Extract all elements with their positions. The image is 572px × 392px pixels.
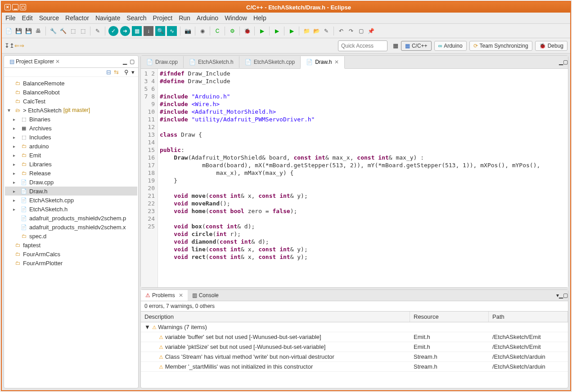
console-tab[interactable]: ▥Console — [188, 290, 223, 301]
perspective-team[interactable]: ⟳Team Synchronizing — [469, 41, 532, 51]
box-icon[interactable]: ▢ — [357, 27, 365, 35]
tree-item[interactable]: Emit — [29, 152, 41, 159]
perspective-debug[interactable]: 🐞Debug — [535, 41, 567, 51]
quick-access-input[interactable] — [338, 40, 387, 51]
tree-item[interactable]: Binaries — [29, 116, 50, 123]
link-editor-icon[interactable]: ⇆ — [114, 69, 119, 76]
expand-down-icon[interactable]: ↧ — [5, 42, 9, 49]
pin-icon[interactable]: 📌 — [367, 27, 375, 35]
problem-row[interactable]: ⚠ Class 'Stream' has virtual method 'wri… — [141, 352, 568, 362]
menu-edit[interactable]: Edit — [22, 14, 33, 22]
problems-tab[interactable]: ⚠Problems✕ — [141, 290, 188, 301]
class-icon[interactable]: C — [213, 27, 221, 35]
upload-icon[interactable]: ➜ — [120, 26, 130, 36]
expand-icon[interactable]: ▸ — [13, 126, 18, 131]
expand-icon[interactable]: ▸ — [13, 207, 18, 212]
open-proj-icon[interactable]: 📂 — [312, 27, 320, 35]
menu-project[interactable]: Project — [153, 14, 173, 22]
expand-icon[interactable]: ▼ — [7, 108, 12, 113]
expand-icon[interactable]: ▸ — [13, 180, 18, 185]
window-maximize-icon[interactable]: ▢ — [20, 4, 26, 10]
problems-table[interactable]: Description Resource Path ▼ ⚠ Warnings (… — [141, 311, 568, 388]
problem-row[interactable]: ⚠ Member '_startMillis' was not initiali… — [141, 362, 568, 372]
editor-tab-etchcpp[interactable]: 📄EtchASketch.cpp — [239, 56, 301, 68]
minimize-pane-icon[interactable]: ▁ — [559, 59, 563, 65]
new-proj-icon[interactable]: 📁 — [302, 27, 311, 35]
menu-run[interactable]: Run — [179, 14, 190, 22]
window-minimize-icon[interactable]: ▁ — [12, 4, 18, 10]
menu-file[interactable]: File — [5, 14, 16, 22]
maximize-pane-icon[interactable]: ▢ — [563, 292, 568, 298]
tree-item[interactable]: Libraries — [29, 161, 52, 168]
collapse-all-icon[interactable]: ⊟ — [106, 69, 111, 76]
minimize-pane-icon[interactable]: ▁ — [123, 58, 127, 65]
target-icon[interactable]: ◉ — [198, 27, 207, 35]
tree-item[interactable]: > EtchASketch — [23, 107, 62, 114]
menu-window[interactable]: Window — [225, 14, 247, 22]
maximize-pane-icon[interactable]: ▢ — [563, 59, 568, 65]
project-explorer-tab[interactable]: ▤ Project Explorer ✕ — [8, 58, 62, 66]
open-perspective-icon[interactable]: ▦ — [393, 42, 398, 49]
maximize-pane-icon[interactable]: ▢ — [130, 58, 135, 65]
wrench-icon[interactable]: 🔧 — [49, 27, 57, 35]
tree-item[interactable]: CalcTest — [23, 98, 45, 105]
perspective-cpp[interactable]: ▦C/C++ — [401, 41, 432, 51]
save-all-icon[interactable]: 💾 — [24, 27, 32, 35]
back-icon[interactable]: ⇐ — [14, 42, 19, 49]
close-icon[interactable]: ✕ — [55, 58, 60, 65]
new-icon[interactable]: 📄 — [5, 27, 13, 35]
filter-icon[interactable]: ⚲ — [124, 69, 129, 76]
perspective-arduino[interactable]: ∞Arduino — [434, 41, 467, 51]
problems-group-row[interactable]: ▼ ⚠ Warnings (7 items) — [141, 322, 568, 332]
menu-help[interactable]: Help — [253, 14, 266, 22]
tree-item[interactable]: faptest — [23, 242, 41, 249]
undo-icon[interactable]: ↶ — [337, 27, 345, 35]
window-close-icon[interactable]: ✕ — [5, 4, 11, 10]
run-icon[interactable]: ▶ — [258, 27, 266, 35]
problem-row[interactable]: ⚠ variable 'pktSize' set but not used [-… — [141, 342, 568, 352]
tree-item[interactable]: spec.d — [29, 233, 46, 240]
binary-icon[interactable]: ⬚ — [69, 27, 77, 35]
monitor-icon[interactable]: ∿ — [167, 26, 177, 36]
tree-item[interactable]: BalanceRemote — [23, 80, 65, 87]
bug-icon[interactable]: 🐞 — [243, 27, 251, 35]
gear-icon[interactable]: ⚙ — [228, 27, 236, 35]
verify-icon[interactable]: ✓ — [108, 26, 118, 36]
edit-proj-icon[interactable]: ✎ — [322, 27, 330, 35]
tree-item[interactable]: adafruit_products_mshieldv2schem.x — [29, 224, 126, 231]
expand-icon[interactable]: ▸ — [13, 189, 18, 194]
problem-row[interactable]: ⚠ variable 'buffer' set but not used [-W… — [141, 332, 568, 342]
tree-item[interactable]: Includes — [29, 134, 51, 141]
camera-icon[interactable]: 📷 — [184, 27, 192, 35]
close-icon[interactable]: ✕ — [334, 59, 339, 65]
tree-item[interactable]: FourArmCalcs — [23, 251, 60, 258]
close-icon[interactable]: ✕ — [179, 292, 183, 298]
tree-item[interactable]: Draw.h — [29, 188, 47, 195]
column-description[interactable]: Description — [141, 312, 410, 322]
editor-tab-etchh[interactable]: 📄EtchASketch.h — [184, 56, 239, 68]
tree-item[interactable]: adafruit_products_mshieldv2schem.p — [29, 215, 126, 222]
tree-item[interactable]: Release — [29, 170, 51, 177]
menu-refactor[interactable]: Refactor — [65, 14, 89, 22]
tree-item[interactable]: EtchASketch.cpp — [29, 197, 74, 204]
editor-tab-drawcpp[interactable]: 📄Draw.cpp — [141, 56, 184, 68]
view-menu-icon[interactable]: ▾ — [131, 69, 135, 76]
expand-icon[interactable]: ▸ — [13, 162, 18, 167]
expand-icon[interactable]: ▸ — [13, 171, 18, 176]
upload2-icon[interactable]: ↓ — [144, 26, 153, 36]
tree-item[interactable]: FourArmPlotter — [23, 260, 63, 267]
tree-item[interactable]: BalanceRobot — [23, 89, 60, 96]
editor-tab-drawh[interactable]: 📄Draw.h✕ — [301, 56, 344, 69]
save-icon[interactable]: 💾 — [14, 27, 23, 35]
wand-icon[interactable]: ✎ — [94, 27, 102, 35]
minimize-pane-icon[interactable]: ▁ — [559, 292, 563, 298]
tree-item[interactable]: arduino — [29, 143, 49, 150]
redo-icon[interactable]: ↷ — [347, 27, 355, 35]
serial-icon[interactable]: 🔍 — [155, 26, 165, 36]
expand-icon[interactable]: ▸ — [13, 198, 18, 203]
profile-icon[interactable]: ▶ — [288, 27, 296, 35]
titlebar[interactable]: ✕ ▁ ▢ C/C++ - EtchASketch/Draw.h - Eclip… — [2, 2, 570, 13]
tree-item[interactable]: Archives — [29, 125, 52, 132]
project-tree[interactable]: 🗀BalanceRemote 🗀BalanceRobot 🗀CalcTest ▼… — [4, 77, 138, 388]
ext-icon[interactable]: ▶ — [273, 27, 281, 35]
